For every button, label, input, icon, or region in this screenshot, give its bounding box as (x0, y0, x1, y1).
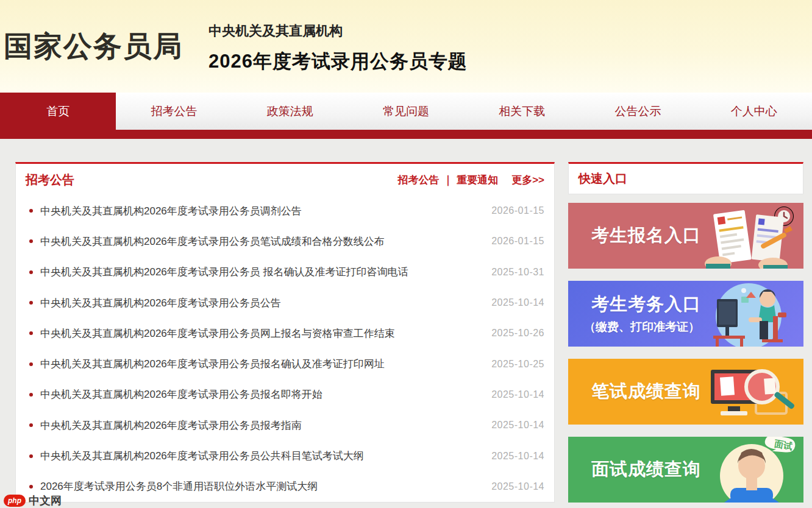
announcement-link[interactable]: 中央机关及其直属机构2026年度考试录用公务员笔试成绩和合格分数线公布 (40, 235, 483, 249)
banner-registration-entry[interactable]: 考生报名入口 (568, 203, 803, 269)
tab-important-notices[interactable]: 重要通知 (457, 173, 498, 187)
list-item: 中央机关及其直属机构2026年度考试录用公务员公告 2025-10-14 (16, 288, 554, 318)
announcement-date: 2025-10-31 (491, 267, 544, 278)
banner-written-score-query[interactable]: 笔试成绩查询 (568, 359, 803, 425)
bullet-icon (29, 362, 33, 366)
announcement-link[interactable]: 中央机关及其直属机构2026年度考试录用公务员报名确认及准考证打印网址 (40, 357, 483, 371)
tab-separator: ｜ (443, 173, 453, 187)
list-item: 中央机关及其直属机构2026年度考试录用公务员调剂公告 2026-01-15 (16, 196, 554, 226)
banner-registration-label: 考生报名入口 (591, 224, 701, 248)
banner-exam-affairs-label: 考生考务入口 （缴费、打印准考证） (591, 292, 701, 335)
page-title: 2026年度考试录用公务员专题 (208, 49, 468, 74)
announcement-date: 2025-10-14 (491, 420, 544, 431)
bullet-icon (29, 270, 33, 274)
site-logo: 国家公务员局 (4, 27, 183, 66)
header-subtitle: 中央机关及其直属机构 (208, 22, 468, 40)
main-nav: 首页 招考公告 政策法规 常见问题 相关下载 公告公示 个人中心 (0, 93, 812, 139)
announcement-date: 2025-10-14 (491, 451, 544, 462)
nav-item-home[interactable]: 首页 (0, 93, 116, 130)
announcement-date: 2026-01-15 (491, 236, 544, 247)
php-logo: php (4, 495, 26, 507)
announcements-panel-head: 招考公告 招考公告 ｜ 重要通知 更多>> (16, 164, 554, 196)
nav-row: 首页 招考公告 政策法规 常见问题 相关下载 公告公示 个人中心 (0, 93, 812, 130)
announcement-link[interactable]: 中央机关及其直属机构2026年度考试录用公务员报名即将开始 (40, 387, 483, 401)
nav-item-notices[interactable]: 公告公示 (580, 93, 696, 130)
nav-item-profile[interactable]: 个人中心 (696, 93, 812, 130)
watermark-text: 中文网 (29, 493, 62, 508)
bullet-icon (29, 485, 33, 489)
bullet-icon (29, 301, 33, 305)
banner-interview-score-label: 面试成绩查询 (591, 457, 701, 482)
banner-exam-affairs-entry[interactable]: 考生考务入口 （缴费、打印准考证） (568, 281, 803, 347)
bullet-icon (29, 393, 33, 397)
site-header: 国家公务员局 中央机关及其直属机构 2026年度考试录用公务员专题 (0, 0, 812, 93)
bullet-icon (29, 454, 33, 458)
bullet-icon (29, 209, 33, 213)
bullet-icon (29, 239, 33, 243)
list-item: 中央机关及其直属机构2026年度考试录用公务员网上报名与资格审查工作结束 202… (16, 318, 554, 348)
announcement-date: 2025-10-14 (491, 389, 544, 400)
nav-item-downloads[interactable]: 相关下载 (464, 93, 580, 130)
announcements-head-links: 招考公告 ｜ 重要通知 更多>> (397, 173, 544, 187)
watermark: php 中文网 (4, 493, 62, 508)
nav-item-faq[interactable]: 常见问题 (348, 93, 464, 130)
title-block: 中央机关及其直属机构 2026年度考试录用公务员专题 (208, 18, 468, 74)
announcement-link[interactable]: 中央机关及其直属机构2026年度考试录用公务员网上报名与资格审查工作结束 (40, 326, 483, 340)
written-score-illustration (688, 359, 803, 425)
announcement-date: 2025-10-25 (491, 359, 544, 370)
announcement-link[interactable]: 中央机关及其直属机构2026年度考试录用公务员 报名确认及准考证打印咨询电话 (40, 265, 483, 279)
bullet-icon (29, 423, 33, 427)
announcement-date: 2025-10-14 (491, 481, 544, 492)
more-link[interactable]: 更多>> (511, 173, 544, 187)
tab-announcements[interactable]: 招考公告 (397, 173, 439, 187)
announcement-link[interactable]: 中央机关及其直属机构2026年度考试录用公务员报考指南 (40, 418, 483, 432)
quick-entry-column: 快速入口 考生报名入口 (568, 162, 803, 503)
quick-entry-panel: 快速入口 (568, 162, 803, 194)
list-item: 中央机关及其直属机构2026年度考试录用公务员公共科目笔试考试大纲 2025-1… (16, 440, 554, 471)
announcement-link[interactable]: 中央机关及其直属机构2026年度考试录用公务员公共科目笔试考试大纲 (40, 449, 483, 463)
banner-interview-score-query[interactable]: 面试成绩查询 面试 (568, 437, 803, 503)
announcement-link[interactable]: 中央机关及其直属机构2026年度考试录用公务员公告 (40, 296, 483, 310)
bullet-icon (29, 331, 33, 335)
announcement-date: 2025-10-14 (491, 297, 544, 308)
announcements-panel: 招考公告 招考公告 ｜ 重要通知 更多>> 中央机关及其直属机构2026年度考试… (15, 162, 555, 503)
banner-written-score-label: 笔试成绩查询 (591, 379, 701, 404)
announcement-date: 2026-01-15 (491, 205, 544, 216)
quick-entry-title: 快速入口 (579, 171, 627, 187)
banner-exam-affairs-sub: （缴费、打印准考证） (584, 319, 701, 335)
announcements-list: 中央机关及其直属机构2026年度考试录用公务员调剂公告 2026-01-15 中… (16, 196, 554, 502)
list-item: 中央机关及其直属机构2026年度考试录用公务员 报名确认及准考证打印咨询电话 2… (16, 257, 554, 288)
interview-score-illustration: 面试 (688, 437, 803, 503)
announcement-date: 2025-10-26 (491, 328, 544, 339)
list-item: 中央机关及其直属机构2026年度考试录用公务员报名确认及准考证打印网址 2025… (16, 348, 554, 379)
list-item: 中央机关及其直属机构2026年度考试录用公务员报名即将开始 2025-10-14 (16, 379, 554, 410)
announcement-link[interactable]: 中央机关及其直属机构2026年度考试录用公务员调剂公告 (40, 204, 483, 218)
announcements-title: 招考公告 (26, 172, 74, 188)
list-item: 中央机关及其直属机构2026年度考试录用公务员报考指南 2025-10-14 (16, 410, 554, 440)
exam-affairs-illustration (688, 281, 803, 347)
nav-item-policies[interactable]: 政策法规 (232, 93, 348, 130)
nav-underbar (0, 130, 812, 139)
nav-item-announcements[interactable]: 招考公告 (116, 93, 232, 130)
list-item: 2026年度考试录用公务员8个非通用语职位外语水平测试大纲 2025-10-14 (16, 471, 554, 502)
list-item: 中央机关及其直属机构2026年度考试录用公务员笔试成绩和合格分数线公布 2026… (16, 226, 554, 256)
main-content: 招考公告 招考公告 ｜ 重要通知 更多>> 中央机关及其直属机构2026年度考试… (15, 162, 812, 503)
announcement-link[interactable]: 2026年度考试录用公务员8个非通用语职位外语水平测试大纲 (40, 479, 483, 493)
